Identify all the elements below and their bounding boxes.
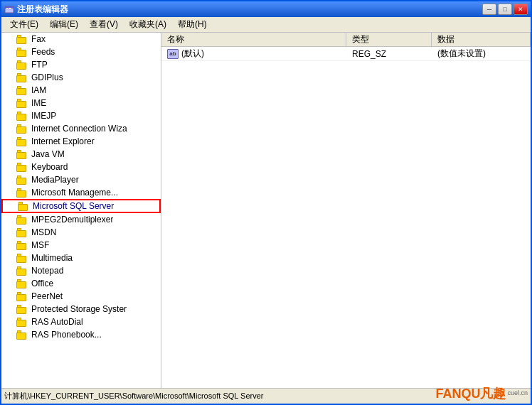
expand-arrow-icon (7, 229, 14, 236)
tree-item[interactable]: GDIPlus (1, 71, 161, 84)
menu-bar: 文件(E) 编辑(E) 查看(V) 收藏夹(A) 帮助(H) (1, 17, 531, 33)
folder-icon (16, 111, 27, 121)
folder-icon (16, 162, 27, 172)
tree-item[interactable]: Keyboard (1, 161, 161, 173)
tree-item[interactable]: PeerNet (1, 290, 161, 303)
tree-item-label: MSF (31, 240, 49, 250)
folder-icon (17, 201, 28, 211)
close-button[interactable]: ✕ (514, 4, 528, 15)
col-header-data: 数据 (432, 33, 531, 46)
minimize-button[interactable]: ─ (482, 4, 496, 15)
tree-item-label: Notepad (31, 266, 63, 276)
folder-icon (16, 215, 27, 225)
tree-item[interactable]: IMEJP (1, 109, 161, 122)
menu-help[interactable]: 帮助(H) (172, 17, 213, 32)
menu-edit[interactable]: 编辑(E) (44, 17, 84, 32)
tree-item-label: PeerNet (31, 291, 63, 301)
folder-icon (16, 136, 27, 146)
tree-item-label: MSDN (31, 227, 56, 237)
tree-item[interactable]: MSF (1, 239, 161, 252)
folder-icon (16, 266, 27, 276)
tree-item-label: Office (31, 279, 53, 288)
menu-file[interactable]: 文件(E) (4, 17, 44, 32)
values-content[interactable]: ab(默认)REG_SZ(数值未设置) (161, 47, 531, 388)
tree-item-label: Internet Explorer (31, 136, 95, 146)
tree-item[interactable]: RAS Phonebook... (1, 328, 161, 341)
tree-item[interactable]: Java VM (1, 148, 161, 161)
folder-icon (16, 253, 27, 263)
expand-arrow-icon (7, 87, 14, 94)
tree-item[interactable]: Microsoft Manageme... (1, 186, 161, 199)
watermark: FANQU凡趣 cuel.cn (435, 385, 528, 402)
folder-icon (16, 227, 27, 237)
tree-item[interactable]: Multimedia (1, 252, 161, 264)
window-controls: ─ □ ✕ (482, 4, 528, 15)
col-header-name: 名称 (161, 33, 346, 46)
tree-item[interactable]: MSDN (1, 226, 161, 239)
tree-item-label: Microsoft SQL Server (33, 201, 114, 211)
window-title: 注册表编辑器 (17, 4, 68, 16)
menu-view[interactable]: 查看(V) (84, 17, 124, 32)
data-cell-type: REG_SZ (346, 47, 432, 60)
tree-item-label: RAS Phonebook... (31, 330, 102, 340)
tree-item-label: Fax (31, 34, 46, 44)
expand-arrow-icon (7, 216, 14, 223)
expand-arrow-icon (9, 202, 16, 210)
tree-item-label: IMEJP (31, 111, 56, 121)
folder-icon (16, 279, 27, 288)
folder-icon (16, 304, 27, 314)
tree-item[interactable]: IAM (1, 84, 161, 97)
expand-arrow-icon (7, 36, 14, 43)
expand-arrow-icon (7, 306, 14, 313)
folder-icon (16, 149, 27, 159)
col-header-type: 类型 (346, 33, 432, 46)
expand-arrow-icon (7, 138, 14, 145)
expand-arrow-icon (7, 61, 14, 68)
tree-item[interactable]: FTP (1, 58, 161, 71)
expand-arrow-icon (7, 99, 14, 107)
folder-icon (16, 240, 27, 250)
main-window: 注册表编辑器 ─ □ ✕ 文件(E) 编辑(E) 查看(V) 收藏夹(A) 帮助… (0, 0, 532, 405)
tree-item-label: Multimedia (31, 253, 73, 263)
data-cell-value: (数值未设置) (432, 47, 531, 60)
watermark-text: FANQU凡趣 (435, 385, 506, 402)
expand-arrow-icon (7, 267, 14, 274)
expand-arrow-icon (7, 74, 14, 81)
expand-arrow-icon (7, 242, 14, 249)
tree-item-label: Microsoft Manageme... (31, 188, 118, 198)
status-bar: 计算机\HKEY_CURRENT_USER\Software\Microsoft… (1, 388, 531, 404)
folder-icon (16, 85, 27, 95)
tree-item[interactable]: Microsoft SQL Server (1, 199, 161, 213)
tree-item[interactable]: MPEG2Demultiplexer (1, 213, 161, 226)
tree-item[interactable]: Internet Connection Wiza (1, 122, 161, 135)
folder-icon (16, 330, 27, 340)
tree-item[interactable]: MediaPlayer (1, 173, 161, 186)
menu-favorites[interactable]: 收藏夹(A) (124, 17, 172, 32)
folder-icon (16, 188, 27, 198)
registry-tree-scroll[interactable]: FaxFeedsFTPGDIPlusIAMIMEIMEJPInternet Co… (1, 33, 161, 388)
tree-item-label: MediaPlayer (31, 175, 79, 185)
registry-tree-panel: FaxFeedsFTPGDIPlusIAMIMEIMEJPInternet Co… (1, 33, 161, 388)
folder-icon (16, 60, 27, 70)
data-cell-name-text: (默认) (181, 48, 204, 60)
tree-item[interactable]: Feeds (1, 45, 161, 58)
tree-item[interactable]: Notepad (1, 264, 161, 277)
data-cell-name: ab(默认) (161, 47, 346, 60)
content-area: FaxFeedsFTPGDIPlusIAMIMEIMEJPInternet Co… (1, 33, 531, 388)
tree-item[interactable]: Internet Explorer (1, 135, 161, 148)
folder-icon (16, 175, 27, 185)
maximize-button[interactable]: □ (498, 4, 512, 15)
data-row[interactable]: ab(默认)REG_SZ(数值未设置) (161, 47, 531, 61)
title-bar-content: 注册表编辑器 (4, 4, 68, 16)
folder-icon (16, 98, 27, 108)
expand-arrow-icon (7, 163, 14, 171)
tree-item[interactable]: RAS AutoDial (1, 315, 161, 328)
tree-item[interactable]: Protected Storage Syster (1, 303, 161, 315)
tree-item-label: Java VM (31, 149, 65, 159)
values-header: 名称 类型 数据 (161, 33, 531, 47)
ab-icon: ab (167, 49, 179, 59)
tree-item[interactable]: Fax (1, 33, 161, 45)
tree-item-label: RAS AutoDial (31, 317, 83, 327)
tree-item[interactable]: IME (1, 97, 161, 109)
tree-item[interactable]: Office (1, 277, 161, 290)
